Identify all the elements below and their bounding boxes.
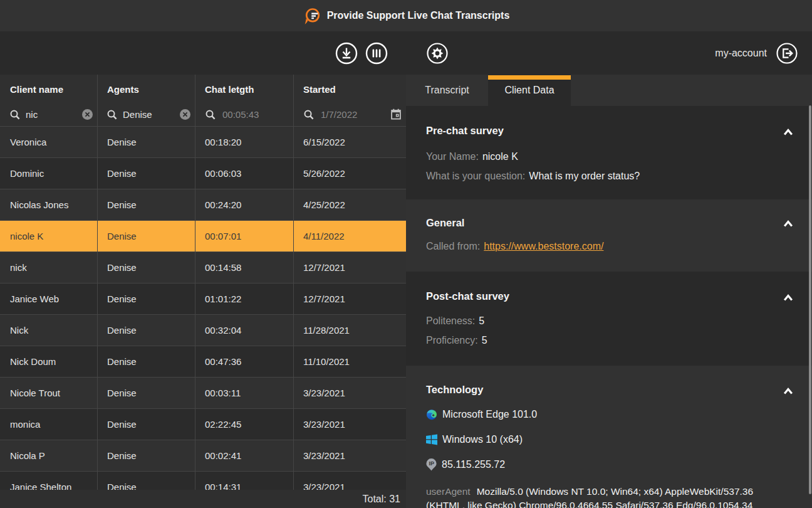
svg-text:IP: IP [429,460,434,467]
